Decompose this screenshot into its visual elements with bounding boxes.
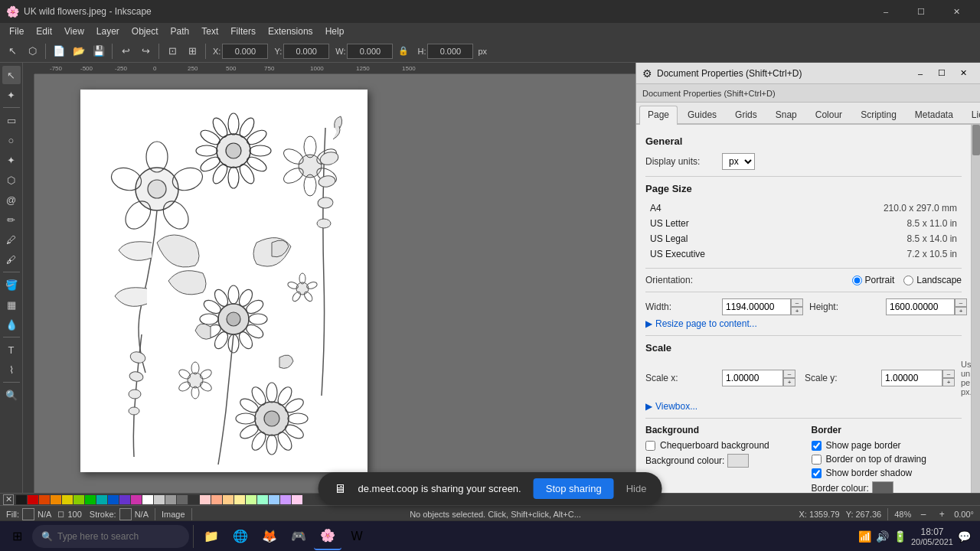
menu-item-filters[interactable]: Filters — [224, 24, 262, 38]
height-input[interactable] — [886, 298, 955, 315]
zoom-out-button[interactable]: – — [917, 508, 929, 520]
menu-item-edit[interactable]: Edit — [30, 24, 58, 38]
undo-button[interactable]: ↩ — [116, 42, 135, 60]
width-increment-button[interactable]: + — [791, 307, 803, 315]
node-tool-button[interactable]: ⬡ — [23, 42, 41, 60]
tab-grids[interactable]: Grids — [727, 106, 766, 123]
color-cell[interactable] — [177, 495, 188, 504]
menu-item-file[interactable]: File — [3, 24, 30, 38]
tab-snap[interactable]: Snap — [767, 106, 805, 123]
border-color-swatch[interactable] — [872, 481, 893, 493]
color-cell[interactable] — [257, 495, 268, 504]
dp-maximize-button[interactable]: ☐ — [931, 65, 952, 82]
pen-tool[interactable]: 🖊 — [2, 230, 21, 249]
display-units-select[interactable]: px — [722, 153, 755, 170]
hide-sharing-button[interactable]: Hide — [626, 483, 647, 494]
page-size-row[interactable]: US Legal8.5 x 14.0 in — [645, 231, 962, 246]
menu-item-text[interactable]: Text — [195, 24, 224, 38]
width-input[interactable] — [722, 298, 791, 315]
menu-item-help[interactable]: Help — [319, 24, 351, 38]
3d-box-tool[interactable]: ⬡ — [2, 171, 21, 189]
chequerboard-row[interactable]: Chequerboard background — [645, 440, 796, 451]
portrait-option[interactable]: Portrait — [852, 275, 895, 285]
star-tool[interactable]: ✦ — [2, 151, 21, 169]
notification-icon[interactable]: 💬 — [958, 530, 971, 543]
tab-page[interactable]: Page — [639, 106, 678, 125]
height-increment-button[interactable]: + — [955, 307, 967, 315]
color-cell[interactable] — [223, 495, 234, 504]
stop-sharing-button[interactable]: Stop sharing — [534, 478, 614, 499]
dp-scrollbar-thumb[interactable] — [972, 125, 980, 155]
canvas-content[interactable] — [34, 74, 635, 493]
zoom-in-button[interactable]: + — [936, 508, 948, 520]
task-inkscape-button[interactable]: 🌸 — [314, 523, 341, 550]
show-page-border-row[interactable]: Show page border — [812, 440, 962, 451]
text-tool[interactable]: T — [2, 341, 21, 359]
menu-item-object[interactable]: Object — [126, 24, 165, 38]
h-input[interactable] — [427, 44, 473, 59]
y-input[interactable] — [283, 44, 329, 59]
page-size-row[interactable]: US Letter8.5 x 11.0 in — [645, 216, 962, 231]
scale-y-decrement[interactable]: – — [942, 370, 955, 378]
search-input[interactable] — [57, 531, 180, 542]
show-border-shadow-checkbox[interactable] — [812, 468, 822, 478]
color-cell[interactable] — [246, 495, 256, 504]
scale-x-input[interactable] — [722, 370, 783, 386]
open-button[interactable]: 📂 — [70, 42, 88, 60]
viewbox-link[interactable]: ▶ Viewbox... — [645, 401, 962, 412]
width-decrement-button[interactable]: – — [791, 298, 803, 307]
color-cell[interactable] — [165, 495, 176, 504]
maximize-button[interactable]: ☐ — [903, 0, 939, 23]
select-tool-button[interactable]: ↖ — [3, 42, 21, 60]
color-cell[interactable] — [39, 495, 50, 504]
spiral-tool[interactable]: @ — [2, 191, 21, 209]
menu-item-extensions[interactable]: Extensions — [262, 24, 319, 38]
ellipse-tool[interactable]: ○ — [2, 131, 21, 149]
x-input[interactable] — [222, 44, 268, 59]
network-tray-icon[interactable]: 📶 — [858, 530, 871, 543]
color-cell[interactable] — [85, 495, 96, 504]
border-on-top-row[interactable]: Border on top of drawing — [812, 454, 962, 465]
menu-item-layer[interactable]: Layer — [90, 24, 126, 38]
scale-x-increment[interactable]: + — [783, 378, 795, 386]
menu-item-view[interactable]: View — [58, 24, 90, 38]
color-cell[interactable] — [131, 495, 142, 504]
selector-tool[interactable]: ↖ — [2, 66, 21, 84]
dp-minimize-button[interactable]: – — [910, 65, 931, 82]
zoom-page-button[interactable]: ⊞ — [183, 42, 201, 60]
minimize-button[interactable]: – — [868, 0, 903, 23]
calligraphy-tool[interactable]: 🖋 — [2, 250, 21, 269]
color-cell[interactable] — [269, 495, 279, 504]
color-cell[interactable] — [28, 495, 38, 504]
color-cell[interactable] — [51, 495, 61, 504]
bg-color-swatch[interactable] — [727, 454, 749, 468]
task-chrome-button[interactable]: 🌐 — [227, 523, 254, 550]
eyedropper-tool[interactable]: 💧 — [2, 315, 21, 334]
gradient-tool[interactable]: ▦ — [2, 295, 21, 314]
resize-to-content-link[interactable]: ▶ Resize page to content... — [645, 318, 962, 329]
task-firefox-button[interactable]: 🦊 — [256, 523, 283, 550]
task-word-button[interactable]: W — [343, 523, 371, 550]
page-size-row[interactable]: US Executive7.2 x 10.5 in — [645, 246, 962, 262]
color-cell[interactable] — [96, 495, 107, 504]
connector-tool[interactable]: ⌇ — [2, 360, 21, 379]
tab-metadata[interactable]: Metadata — [906, 106, 962, 123]
tab-scripting[interactable]: Scripting — [852, 106, 905, 123]
close-button[interactable]: ✕ — [939, 0, 974, 23]
zoom-tool[interactable]: 🔍 — [2, 386, 21, 404]
show-page-border-checkbox[interactable] — [812, 441, 822, 451]
no-color-button[interactable]: ✕ — [3, 494, 14, 505]
scale-y-input[interactable] — [881, 370, 942, 386]
color-cell[interactable] — [119, 495, 130, 504]
color-cell[interactable] — [292, 495, 302, 504]
dp-content[interactable]: General Display units: px Page Size A421… — [636, 125, 971, 493]
scale-x-decrement[interactable]: – — [783, 370, 795, 378]
color-cell[interactable] — [188, 495, 199, 504]
color-cell[interactable] — [108, 495, 119, 504]
tab-licence[interactable]: Licence — [963, 106, 980, 123]
chequerboard-checkbox[interactable] — [645, 441, 655, 451]
border-on-top-checkbox[interactable] — [812, 455, 822, 465]
height-decrement-button[interactable]: – — [955, 298, 967, 307]
volume-tray-icon[interactable]: 🔊 — [876, 530, 889, 543]
color-cell[interactable] — [74, 495, 84, 504]
